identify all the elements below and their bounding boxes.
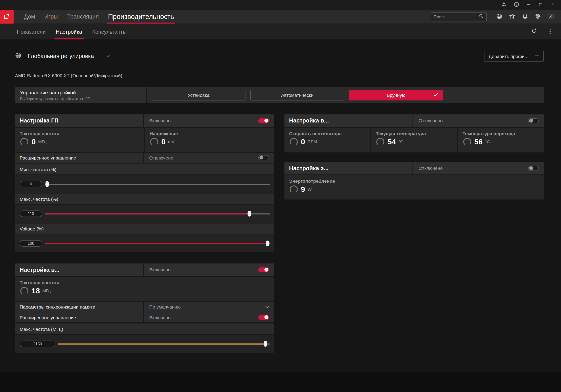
vram-max-frequency-label: Макс. частота (МГц) — [15, 324, 274, 335]
bug-report-button[interactable] — [498, 1, 510, 9]
gpu-voltage-stat: Напряжение 0 mV — [145, 128, 274, 152]
favorites-button[interactable] — [507, 11, 517, 22]
vram-tuning-toggle[interactable] — [259, 267, 269, 272]
gpu-advanced-toggle[interactable] — [259, 155, 269, 160]
power-consumption-label: Энергопотребление — [289, 178, 544, 184]
vram-stats-row: Тактовая частота 18 МГц — [15, 277, 274, 302]
gpu-clock-gauge-icon — [20, 137, 29, 147]
gpu-voltage-label: Напряжение — [150, 131, 274, 136]
vram-advanced-state: Включено — [149, 315, 171, 320]
min-frequency-value-input[interactable]: 0 — [20, 181, 42, 187]
search-box[interactable] — [431, 12, 487, 21]
more-options-button[interactable] — [544, 26, 555, 37]
search-input[interactable] — [434, 14, 479, 19]
fan-tuning-panel: Настройка в... Отключено Скорость вентил… — [284, 114, 544, 153]
gpu-tuning-panel: Настройка ГП Включено Тактовая частота 0 — [15, 114, 274, 252]
preset-manual-button[interactable]: Вручную — [349, 90, 443, 100]
max-frequency-slider-handle[interactable] — [248, 211, 251, 217]
tuning-control-bar: Управление настройкой Выберите уровень н… — [15, 87, 544, 103]
account-icon — [547, 13, 554, 21]
gpu-clock-unit: МГц — [38, 139, 46, 144]
nav-item-games[interactable]: Игры — [40, 10, 63, 24]
gpu-clock-value: 0 — [32, 138, 36, 146]
current-temp-stat: Текущая температура 54 °C — [371, 128, 457, 152]
gpu-advanced-label: Расширенное управление — [15, 153, 144, 163]
tab-metrics[interactable]: Показатели — [12, 24, 51, 39]
max-frequency-slider-row: 110 — [15, 205, 274, 223]
min-frequency-label: Мин. частота (%) — [15, 165, 274, 175]
memory-timing-value: По умолчанию — [149, 304, 181, 309]
profile-selector[interactable]: Глобальная регулировка — [15, 52, 110, 60]
gpu-panel-state: Включено — [144, 118, 171, 123]
fan-tuning-toggle[interactable] — [528, 118, 539, 123]
power-panel-header: Настройка э... Отключено — [284, 162, 544, 175]
help-button[interactable]: ? — [510, 1, 522, 9]
bug-report-icon — [502, 2, 507, 8]
vram-max-frequency-slider-handle[interactable] — [264, 341, 267, 347]
tab-advisors[interactable]: Консультанты — [87, 24, 131, 39]
navbar-actions — [431, 10, 561, 24]
add-profile-label: Добавить профи... — [489, 53, 529, 59]
nav-item-home[interactable]: Дом — [20, 10, 40, 24]
vram-max-frequency-slider[interactable] — [58, 341, 270, 347]
vram-max-frequency-slider-row: 2150 — [15, 335, 274, 353]
power-consumption-stat: Энергопотребление 9 W — [284, 175, 544, 199]
current-temp-label: Текущая температура — [376, 131, 457, 136]
main-navbar: Дом Игры Трансляция Производительность — [0, 10, 561, 24]
main-nav: Дом Игры Трансляция Производительность — [20, 10, 179, 24]
notifications-button[interactable] — [519, 11, 530, 22]
bell-icon — [522, 13, 528, 21]
account-button[interactable] — [545, 11, 556, 22]
kebab-menu-icon — [549, 28, 550, 34]
voltage-slider[interactable] — [45, 240, 270, 247]
min-frequency-slider[interactable] — [45, 181, 270, 187]
voltage-slider-handle[interactable] — [266, 240, 269, 246]
fan-speed-unit: RPM — [308, 139, 317, 144]
voltage-slider-row: 100 — [15, 235, 274, 252]
nav-item-performance[interactable]: Производительность — [103, 10, 179, 24]
current-temp-unit: °C — [399, 139, 403, 144]
minimize-button[interactable] — [522, 1, 534, 9]
check-icon — [433, 93, 438, 98]
power-tuning-panel: Настройка э... Отключено Энергопотреблен… — [284, 162, 544, 200]
amd-arrow-icon — [2, 12, 11, 22]
vram-advanced-toggle[interactable] — [259, 315, 269, 320]
gpu-advanced-row: Расширенное управление Отключено — [15, 153, 274, 163]
gpu-panel-header: Настройка ГП Включено — [15, 114, 274, 128]
min-frequency-slider-handle[interactable] — [45, 181, 49, 187]
amd-logo[interactable] — [0, 10, 14, 24]
current-temp-value: 54 — [388, 138, 396, 146]
vram-tuning-panel: Настройка в... Включено Тактовая частота… — [15, 264, 274, 353]
app-window: ? — [0, 0, 561, 392]
gpu-voltage-unit: mV — [168, 139, 174, 144]
memory-timing-row[interactable]: Параметры синхронизации памяти По умолча… — [15, 302, 274, 312]
reset-icon — [531, 28, 537, 35]
close-button[interactable] — [547, 1, 559, 9]
gpu-clock-stat: Тактовая частота 0 МГц — [15, 128, 144, 152]
maximize-button[interactable] — [534, 1, 547, 9]
vram-clock-stat: Тактовая частота 18 МГц — [15, 277, 274, 301]
add-profile-button[interactable]: Добавить профи... — [484, 51, 544, 61]
gpu-tuning-toggle[interactable] — [259, 118, 269, 123]
preset-automatic-button[interactable]: Автоматически — [250, 90, 344, 100]
max-frequency-value-input[interactable]: 110 — [20, 211, 42, 217]
nav-item-streaming[interactable]: Трансляция — [63, 10, 103, 24]
power-tuning-toggle[interactable] — [528, 166, 539, 171]
subnav-actions — [529, 24, 555, 39]
max-frequency-slider[interactable] — [45, 211, 270, 217]
bottom-strip — [0, 372, 561, 392]
settings-button[interactable] — [532, 11, 543, 22]
language-button[interactable] — [494, 11, 505, 22]
vram-clock-gauge-icon — [20, 286, 29, 296]
chevron-down-icon[interactable] — [265, 304, 269, 309]
voltage-value-input[interactable]: 100 — [20, 240, 42, 247]
junction-temp-value: 56 — [474, 138, 483, 146]
reset-button[interactable] — [529, 26, 539, 37]
vram-panel-title: Настройка в... — [15, 264, 144, 276]
preset-default-button[interactable]: Установка — [152, 90, 245, 100]
gpu-panel-title: Настройка ГП — [15, 114, 144, 127]
vram-max-frequency-value-input[interactable]: 2150 — [20, 341, 55, 347]
fan-panel-title: Настройка в... — [284, 114, 413, 127]
tab-tuning[interactable]: Настройка — [51, 24, 87, 39]
tuning-columns: Настройка ГП Включено Тактовая частота 0 — [15, 114, 544, 353]
